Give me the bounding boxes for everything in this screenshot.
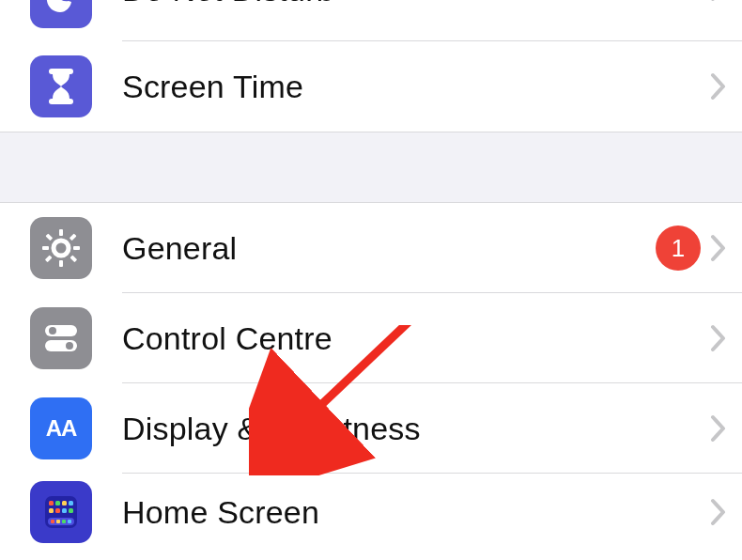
svg-rect-18 xyxy=(62,501,67,506)
row-display-brightness[interactable]: AA Display & Brightness xyxy=(0,383,742,474)
svg-rect-19 xyxy=(69,501,73,506)
svg-rect-5 xyxy=(42,246,49,250)
svg-rect-9 xyxy=(70,233,77,241)
svg-rect-10 xyxy=(45,255,53,262)
row-label: Do Not Disturb xyxy=(122,0,334,8)
chevron-right-icon xyxy=(710,414,727,443)
svg-rect-16 xyxy=(49,501,54,506)
settings-group-focus: Do Not Disturb Screen Time xyxy=(0,0,742,132)
svg-rect-4 xyxy=(59,260,63,267)
section-separator xyxy=(0,132,742,203)
row-screen-time[interactable]: Screen Time xyxy=(0,41,742,132)
svg-point-12 xyxy=(49,327,56,334)
svg-rect-22 xyxy=(62,508,67,513)
row-label: Control Centre xyxy=(122,320,332,357)
chevron-right-icon xyxy=(710,498,727,526)
svg-rect-23 xyxy=(69,508,73,513)
svg-rect-26 xyxy=(56,520,60,523)
svg-rect-20 xyxy=(49,508,54,513)
hourglass-icon xyxy=(30,55,92,117)
svg-rect-7 xyxy=(45,233,53,241)
svg-rect-27 xyxy=(62,520,66,523)
svg-rect-0 xyxy=(49,69,73,74)
svg-rect-28 xyxy=(68,520,71,523)
row-control-centre[interactable]: Control Centre xyxy=(0,293,742,383)
text-size-icon: AA xyxy=(30,397,92,459)
svg-rect-17 xyxy=(55,501,60,506)
svg-rect-1 xyxy=(49,99,73,104)
svg-point-2 xyxy=(54,241,69,256)
settings-group-general: General 1 Control Centre AA Display & xyxy=(0,203,742,551)
svg-rect-3 xyxy=(59,229,63,236)
svg-rect-8 xyxy=(70,255,77,262)
row-label: General xyxy=(122,230,237,267)
home-grid-icon xyxy=(30,481,92,543)
row-general[interactable]: General 1 xyxy=(0,203,742,293)
toggles-icon xyxy=(30,307,92,369)
chevron-right-icon xyxy=(710,72,727,101)
row-home-screen[interactable]: Home Screen xyxy=(0,474,742,551)
moon-icon xyxy=(30,0,92,28)
chevron-right-icon xyxy=(710,234,727,262)
gear-icon xyxy=(30,217,92,279)
svg-rect-6 xyxy=(73,246,80,250)
notification-badge: 1 xyxy=(656,226,701,271)
row-do-not-disturb[interactable]: Do Not Disturb xyxy=(0,0,742,41)
chevron-right-icon xyxy=(710,324,727,352)
row-label: Display & Brightness xyxy=(122,411,421,447)
row-label: Home Screen xyxy=(122,494,319,531)
svg-rect-21 xyxy=(55,508,60,513)
chevron-right-icon xyxy=(710,0,727,2)
svg-point-14 xyxy=(66,342,73,350)
row-label: Screen Time xyxy=(122,69,303,105)
svg-rect-25 xyxy=(51,520,54,523)
